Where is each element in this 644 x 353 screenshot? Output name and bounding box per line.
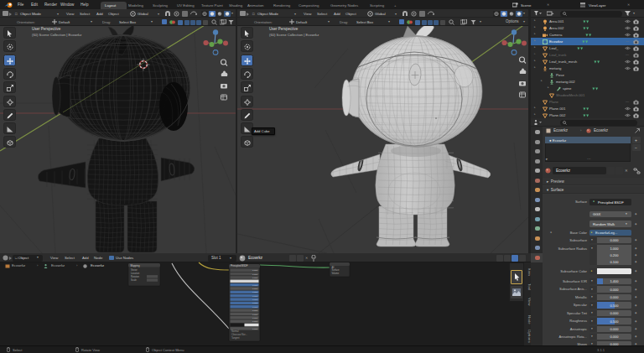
svg-text:0.000: 0.000 xyxy=(252,273,258,276)
svg-text:Rotation: Rotation xyxy=(131,275,140,278)
svg-text:Mapping: Mapping xyxy=(131,264,140,267)
svg-text:0.000: 0.000 xyxy=(252,284,258,287)
svg-text:0.000: 0.000 xyxy=(252,291,258,293)
svg-text:All: All xyxy=(332,266,335,269)
svg-text:Principled BSDF: Principled BSDF xyxy=(231,264,248,267)
